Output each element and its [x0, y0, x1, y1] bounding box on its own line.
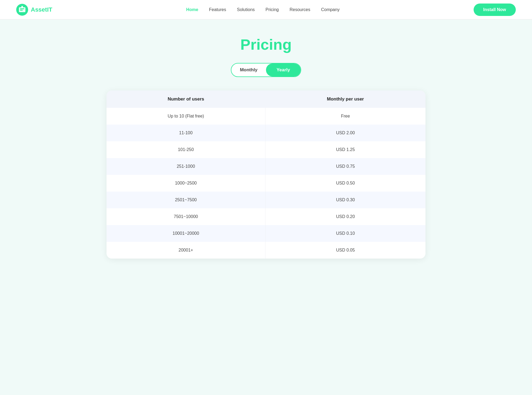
table-row: Up to 10 (Flat free)Free	[107, 108, 425, 125]
cell-users: 2501~7500	[107, 192, 265, 208]
col-price-header: Monthly per user	[265, 91, 425, 108]
billing-toggle: Monthly Yearly	[231, 63, 301, 77]
cell-price: Free	[265, 108, 425, 125]
logo[interactable]: AssetIT	[16, 4, 52, 16]
cell-users: 20001+	[107, 242, 265, 259]
nav-resources[interactable]: Resources	[290, 7, 310, 12]
cell-price: USD 0.30	[265, 192, 425, 208]
nav-links: Home Features Solutions Pricing Resource…	[186, 7, 340, 12]
cell-price: USD 0.50	[265, 175, 425, 192]
svg-rect-2	[20, 8, 24, 9]
cell-price: USD 1.25	[265, 141, 425, 158]
table-header-row: Number of users Monthly per user	[107, 91, 425, 108]
table-row: 20001+USD 0.05	[107, 242, 425, 259]
main-content: Pricing Monthly Yearly Number of users M…	[0, 19, 532, 280]
nav-company[interactable]: Company	[321, 7, 340, 12]
yearly-toggle-btn[interactable]: Yearly	[266, 63, 301, 76]
pricing-table: Number of users Monthly per user Up to 1…	[107, 91, 425, 259]
monthly-toggle-btn[interactable]: Monthly	[231, 63, 266, 76]
table-row: 10001~20000USD 0.10	[107, 225, 425, 242]
table-row: 11-100USD 2.00	[107, 125, 425, 141]
nav-home[interactable]: Home	[186, 7, 198, 12]
cell-users: 11-100	[107, 125, 265, 141]
cell-users: 10001~20000	[107, 225, 265, 242]
cell-price: USD 0.05	[265, 242, 425, 259]
install-now-button[interactable]: Install Now	[474, 4, 516, 16]
cell-price: USD 0.75	[265, 158, 425, 175]
col-users-header: Number of users	[107, 91, 265, 108]
nav-features[interactable]: Features	[209, 7, 226, 12]
cell-price: USD 0.20	[265, 208, 425, 225]
cell-users: Up to 10 (Flat free)	[107, 108, 265, 125]
cell-users: 251-1000	[107, 158, 265, 175]
cell-price: USD 2.00	[265, 125, 425, 141]
cell-price: USD 0.10	[265, 225, 425, 242]
page-title: Pricing	[240, 36, 292, 53]
cell-users: 7501~10000	[107, 208, 265, 225]
pricing-card: Number of users Monthly per user Up to 1…	[107, 91, 425, 259]
table-row: 101-250USD 1.25	[107, 141, 425, 158]
logo-icon	[16, 4, 28, 16]
logo-text: AssetIT	[31, 6, 52, 13]
nav-pricing[interactable]: Pricing	[265, 7, 279, 12]
nav-solutions[interactable]: Solutions	[237, 7, 255, 12]
table-row: 1000~2500USD 0.50	[107, 175, 425, 192]
cell-users: 1000~2500	[107, 175, 265, 192]
table-row: 251-1000USD 0.75	[107, 158, 425, 175]
table-row: 2501~7500USD 0.30	[107, 192, 425, 208]
svg-rect-4	[21, 6, 23, 8]
svg-rect-3	[20, 10, 23, 11]
table-row: 7501~10000USD 0.20	[107, 208, 425, 225]
cell-users: 101-250	[107, 141, 265, 158]
navbar: AssetIT Home Features Solutions Pricing …	[0, 0, 532, 19]
